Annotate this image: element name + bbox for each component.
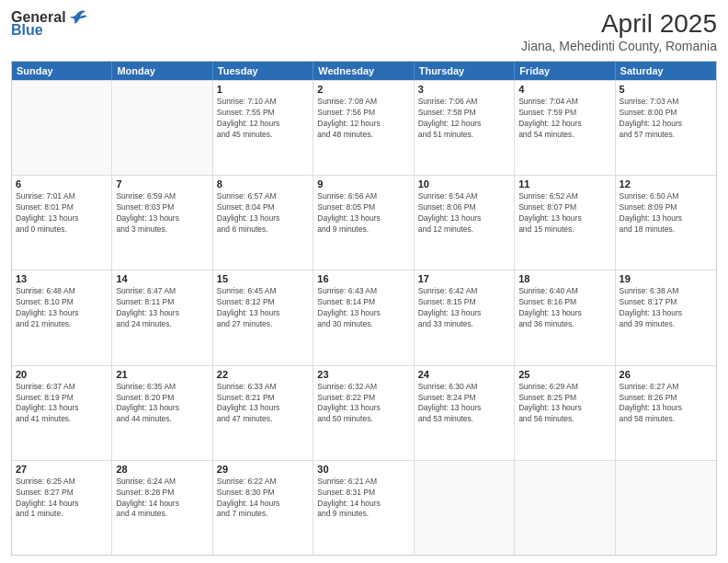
day-info: Sunrise: 6:57 AM Sunset: 8:04 PM Dayligh… xyxy=(217,191,309,236)
day-number: 26 xyxy=(620,369,712,380)
header-monday: Monday xyxy=(112,62,212,80)
day-info: Sunrise: 6:22 AM Sunset: 8:30 PM Dayligh… xyxy=(217,477,309,521)
day-number: 20 xyxy=(16,369,108,380)
calendar-cell: 17Sunrise: 6:42 AM Sunset: 8:15 PM Dayli… xyxy=(415,270,515,364)
header-thursday: Thursday xyxy=(415,62,515,80)
day-info: Sunrise: 6:38 AM Sunset: 8:17 PM Dayligh… xyxy=(620,286,712,330)
calendar-cell: 18Sunrise: 6:40 AM Sunset: 8:16 PM Dayli… xyxy=(515,270,615,364)
day-info: Sunrise: 7:01 AM Sunset: 8:01 PM Dayligh… xyxy=(16,191,108,236)
calendar-cell: 4Sunrise: 7:04 AM Sunset: 7:59 PM Daylig… xyxy=(515,81,615,175)
day-number: 9 xyxy=(317,178,409,190)
day-number: 5 xyxy=(620,84,712,95)
day-number: 23 xyxy=(317,369,409,380)
day-number: 17 xyxy=(418,273,510,284)
day-number: 25 xyxy=(518,369,610,380)
calendar-week-1: 1Sunrise: 7:10 AM Sunset: 7:55 PM Daylig… xyxy=(12,80,716,175)
day-number: 15 xyxy=(217,273,309,284)
day-number: 19 xyxy=(620,273,712,284)
day-info: Sunrise: 6:29 AM Sunset: 8:25 PM Dayligh… xyxy=(518,382,610,426)
day-info: Sunrise: 6:24 AM Sunset: 8:28 PM Dayligh… xyxy=(116,477,208,521)
calendar-cell: 1Sunrise: 7:10 AM Sunset: 7:55 PM Daylig… xyxy=(213,81,313,175)
calendar-cell: 3Sunrise: 7:06 AM Sunset: 7:58 PM Daylig… xyxy=(415,81,515,175)
day-number: 3 xyxy=(418,84,510,95)
day-number: 7 xyxy=(116,178,208,190)
header-saturday: Saturday xyxy=(616,62,716,80)
calendar-cell: 21Sunrise: 6:35 AM Sunset: 8:20 PM Dayli… xyxy=(112,366,212,460)
header-tuesday: Tuesday xyxy=(213,62,313,80)
calendar-cell: 29Sunrise: 6:22 AM Sunset: 8:30 PM Dayli… xyxy=(213,461,313,555)
day-number: 13 xyxy=(16,273,108,284)
calendar-cell: 27Sunrise: 6:25 AM Sunset: 8:27 PM Dayli… xyxy=(12,461,112,555)
calendar-body: 1Sunrise: 7:10 AM Sunset: 7:55 PM Daylig… xyxy=(12,80,716,555)
day-info: Sunrise: 7:06 AM Sunset: 7:58 PM Dayligh… xyxy=(418,97,510,141)
day-info: Sunrise: 6:32 AM Sunset: 8:22 PM Dayligh… xyxy=(317,382,409,426)
calendar-cell: 10Sunrise: 6:54 AM Sunset: 8:06 PM Dayli… xyxy=(415,176,515,270)
calendar-cell: 5Sunrise: 7:03 AM Sunset: 8:00 PM Daylig… xyxy=(616,81,716,175)
day-number: 18 xyxy=(518,273,610,284)
calendar-cell: 20Sunrise: 6:37 AM Sunset: 8:19 PM Dayli… xyxy=(12,366,112,460)
day-info: Sunrise: 6:35 AM Sunset: 8:20 PM Dayligh… xyxy=(116,382,208,426)
calendar-cell: 15Sunrise: 6:45 AM Sunset: 8:12 PM Dayli… xyxy=(213,270,313,364)
day-info: Sunrise: 6:42 AM Sunset: 8:15 PM Dayligh… xyxy=(418,286,510,330)
day-number: 21 xyxy=(116,369,208,380)
day-number: 1 xyxy=(217,84,309,95)
logo-blue: Blue xyxy=(11,22,43,39)
page-title: April 2025 xyxy=(521,9,717,39)
day-number: 22 xyxy=(217,369,309,380)
day-info: Sunrise: 7:08 AM Sunset: 7:56 PM Dayligh… xyxy=(317,97,409,141)
calendar-week-5: 27Sunrise: 6:25 AM Sunset: 8:27 PM Dayli… xyxy=(12,460,716,555)
day-number: 27 xyxy=(16,464,108,475)
day-number: 12 xyxy=(620,178,712,190)
calendar-header: Sunday Monday Tuesday Wednesday Thursday… xyxy=(12,62,716,80)
calendar-cell: 25Sunrise: 6:29 AM Sunset: 8:25 PM Dayli… xyxy=(515,366,615,460)
calendar-cell: 6Sunrise: 7:01 AM Sunset: 8:01 PM Daylig… xyxy=(12,176,112,270)
calendar-cell: 26Sunrise: 6:27 AM Sunset: 8:26 PM Dayli… xyxy=(616,366,716,460)
day-number: 28 xyxy=(116,464,208,475)
day-info: Sunrise: 6:25 AM Sunset: 8:27 PM Dayligh… xyxy=(16,477,108,521)
page-subtitle: Jiana, Mehedinti County, Romania xyxy=(521,39,717,53)
header: General Blue April 2025 Jiana, Mehedinti… xyxy=(11,9,717,53)
day-info: Sunrise: 7:04 AM Sunset: 7:59 PM Dayligh… xyxy=(518,97,610,141)
calendar-cell: 8Sunrise: 6:57 AM Sunset: 8:04 PM Daylig… xyxy=(213,176,313,270)
calendar-week-3: 13Sunrise: 6:48 AM Sunset: 8:10 PM Dayli… xyxy=(12,270,716,364)
header-wednesday: Wednesday xyxy=(313,62,414,80)
calendar-week-2: 6Sunrise: 7:01 AM Sunset: 8:01 PM Daylig… xyxy=(12,175,716,270)
calendar-cell: 2Sunrise: 7:08 AM Sunset: 7:56 PM Daylig… xyxy=(313,81,414,175)
calendar: Sunday Monday Tuesday Wednesday Thursday… xyxy=(11,61,717,556)
calendar-cell xyxy=(415,461,515,555)
day-number: 4 xyxy=(518,84,610,95)
header-sunday: Sunday xyxy=(12,62,112,80)
day-info: Sunrise: 6:45 AM Sunset: 8:12 PM Dayligh… xyxy=(217,286,309,330)
calendar-cell xyxy=(112,81,212,175)
day-number: 11 xyxy=(518,178,610,190)
day-info: Sunrise: 6:21 AM Sunset: 8:31 PM Dayligh… xyxy=(317,477,409,521)
day-info: Sunrise: 6:43 AM Sunset: 8:14 PM Dayligh… xyxy=(317,286,409,330)
calendar-cell xyxy=(12,81,112,175)
calendar-cell: 9Sunrise: 6:56 AM Sunset: 8:05 PM Daylig… xyxy=(313,176,414,270)
calendar-cell: 12Sunrise: 6:50 AM Sunset: 8:09 PM Dayli… xyxy=(616,176,716,270)
logo-area: General Blue xyxy=(11,9,89,39)
page: General Blue April 2025 Jiana, Mehedinti… xyxy=(0,0,728,563)
calendar-cell: 11Sunrise: 6:52 AM Sunset: 8:07 PM Dayli… xyxy=(515,176,615,270)
calendar-cell: 13Sunrise: 6:48 AM Sunset: 8:10 PM Dayli… xyxy=(12,270,112,364)
day-number: 16 xyxy=(317,273,409,284)
day-info: Sunrise: 6:52 AM Sunset: 8:07 PM Dayligh… xyxy=(518,191,610,236)
calendar-cell: 22Sunrise: 6:33 AM Sunset: 8:21 PM Dayli… xyxy=(213,366,313,460)
day-info: Sunrise: 6:59 AM Sunset: 8:03 PM Dayligh… xyxy=(116,191,208,236)
calendar-cell: 24Sunrise: 6:30 AM Sunset: 8:24 PM Dayli… xyxy=(415,366,515,460)
day-number: 29 xyxy=(217,464,309,475)
day-info: Sunrise: 6:48 AM Sunset: 8:10 PM Dayligh… xyxy=(16,286,108,330)
day-number: 24 xyxy=(418,369,510,380)
calendar-week-4: 20Sunrise: 6:37 AM Sunset: 8:19 PM Dayli… xyxy=(12,365,716,460)
day-info: Sunrise: 6:40 AM Sunset: 8:16 PM Dayligh… xyxy=(518,286,610,330)
day-info: Sunrise: 6:30 AM Sunset: 8:24 PM Dayligh… xyxy=(418,382,510,426)
day-info: Sunrise: 7:03 AM Sunset: 8:00 PM Dayligh… xyxy=(620,97,712,141)
calendar-cell: 19Sunrise: 6:38 AM Sunset: 8:17 PM Dayli… xyxy=(616,270,716,364)
day-info: Sunrise: 6:50 AM Sunset: 8:09 PM Dayligh… xyxy=(620,191,712,236)
day-info: Sunrise: 6:33 AM Sunset: 8:21 PM Dayligh… xyxy=(217,382,309,426)
day-number: 8 xyxy=(217,178,309,190)
title-area: April 2025 Jiana, Mehedinti County, Roma… xyxy=(521,9,717,53)
day-info: Sunrise: 7:10 AM Sunset: 7:55 PM Dayligh… xyxy=(217,97,309,141)
day-number: 30 xyxy=(317,464,409,475)
calendar-cell: 7Sunrise: 6:59 AM Sunset: 8:03 PM Daylig… xyxy=(112,176,212,270)
